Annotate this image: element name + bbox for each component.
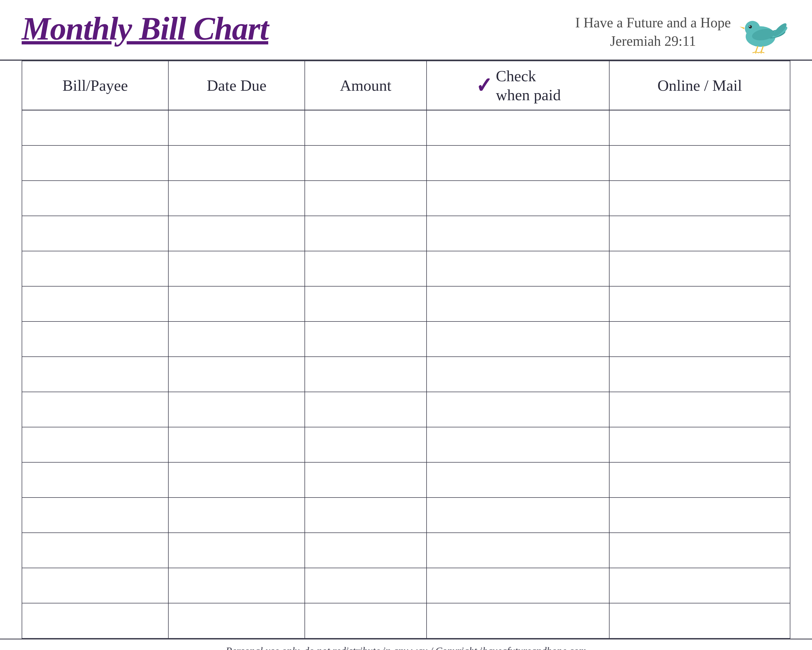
table-row [22,568,790,603]
table-container: Bill/Payee Date Due Amount ✓ Check w [0,61,812,639]
bird-container [736,11,791,54]
svg-line-11 [752,52,756,53]
svg-line-9 [756,46,758,52]
header-right: I Have a Future and a Hope Jeremiah 29:1… [575,11,791,54]
svg-line-10 [761,46,763,52]
bird-icon [736,11,791,54]
title-section: Monthly Bill Chart [21,11,268,47]
table-row [22,497,790,533]
main-title: Monthly Bill Chart [21,11,268,47]
check-text: Check when paid [496,67,561,104]
col-date-due: Date Due [168,61,305,110]
svg-line-14 [758,52,761,53]
bill-chart-table: Bill/Payee Date Due Amount ✓ Check w [21,61,791,639]
checkmark-symbol: ✓ [476,73,492,98]
table-row [22,216,790,251]
table-row [22,251,790,286]
footer-text: Personal use only, do not redistribute i… [21,645,791,650]
table-row [22,427,790,462]
table-row [22,357,790,392]
table-row [22,392,790,427]
subtitle-text: I Have a Future and a Hope Jeremiah 29:1… [575,14,731,50]
table-row [22,286,790,321]
table-row [22,180,790,216]
table-row [22,145,790,180]
table-row [22,603,790,638]
svg-point-3 [749,26,750,27]
col-amount: Amount [305,61,426,110]
col-online-mail: Online / Mail [609,61,790,110]
svg-marker-4 [739,26,744,29]
col-check-when-paid: ✓ Check when paid [427,61,609,110]
table-row [22,462,790,497]
page-container: Monthly Bill Chart I Have a Future and a… [0,0,812,650]
svg-point-2 [749,25,752,28]
svg-line-16 [761,52,765,53]
footer: Personal use only, do not redistribute i… [0,639,812,650]
table-row [22,533,790,568]
subtitle-section: I Have a Future and a Hope Jeremiah 29:1… [575,11,731,50]
table-header-row: Bill/Payee Date Due Amount ✓ Check w [22,61,790,110]
header: Monthly Bill Chart I Have a Future and a… [0,0,812,61]
table-row [22,321,790,357]
col-bill-payee: Bill/Payee [22,61,168,110]
table-row [22,110,790,145]
